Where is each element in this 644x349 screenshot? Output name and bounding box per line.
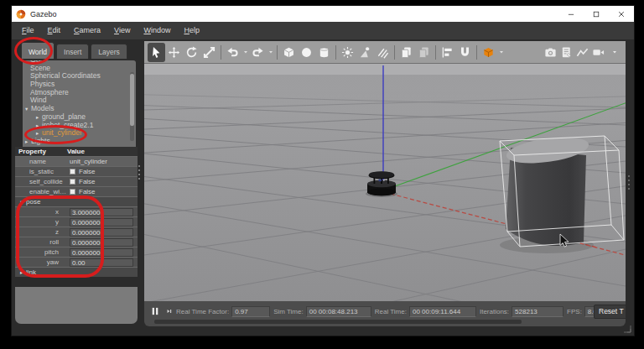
insert-sphere-icon[interactable] bbox=[298, 43, 315, 62]
property-group-pose[interactable]: ▾ pose bbox=[15, 196, 138, 206]
tree-scrollbar[interactable] bbox=[130, 72, 134, 141]
reset-time-button[interactable]: Reset T bbox=[594, 305, 626, 319]
property-column-header: Property bbox=[15, 147, 67, 156]
tree-scrollbar-thumb[interactable] bbox=[130, 74, 134, 126]
time-panel: Real Time Factor: 0.97 Sim Time: 00 00:0… bbox=[144, 301, 626, 326]
minimize-icon[interactable] bbox=[558, 6, 584, 22]
menu-edit[interactable]: Edit bbox=[41, 22, 68, 39]
point-light-icon[interactable] bbox=[339, 43, 356, 62]
menu-bar: File Edit Camera View Window Help bbox=[12, 22, 634, 39]
property-row-name[interactable]: name unit_cylinder bbox=[15, 156, 138, 166]
pause-icon[interactable] bbox=[148, 305, 162, 318]
world-tree: GUI Scene Spherical Coordinates Physics … bbox=[23, 60, 136, 147]
step-icon[interactable] bbox=[165, 305, 173, 318]
statusbar-hscrollbar[interactable] bbox=[154, 320, 522, 324]
enable-wind-checkbox[interactable] bbox=[70, 189, 75, 195]
tree-item-lights[interactable]: ▸Lights bbox=[23, 138, 136, 146]
tab-layers[interactable]: Layers bbox=[91, 44, 127, 59]
pose-roll-input[interactable]: 0.000000 bbox=[70, 238, 133, 247]
window-controls bbox=[558, 6, 634, 22]
directional-light-icon[interactable] bbox=[374, 43, 392, 62]
pose-x-input[interactable]: 3.000000 bbox=[70, 208, 133, 216]
property-row-enable-wind[interactable]: enable_wi… False bbox=[15, 186, 138, 196]
collapsed-triangle-icon[interactable]: ▸ bbox=[25, 138, 31, 146]
sim-time-field: Sim Time: 00 00:08:48.213 bbox=[273, 306, 371, 317]
gazebo-logo-icon bbox=[16, 9, 26, 19]
expanded-triangle-icon[interactable]: ▾ bbox=[25, 105, 31, 113]
snap-icon[interactable] bbox=[456, 43, 474, 62]
expanded-triangle-icon[interactable]: ▾ bbox=[20, 197, 26, 207]
desktop-background: Gazebo File Edit Camera View Window Help… bbox=[0, 0, 644, 349]
toolbar-separator bbox=[476, 45, 477, 60]
title-bar: Gazebo bbox=[12, 6, 634, 22]
view-angle-dropdown-icon[interactable] bbox=[497, 43, 505, 62]
property-table: Property Value name unit_cylinder is_sta… bbox=[15, 147, 138, 277]
close-icon[interactable] bbox=[609, 6, 634, 22]
pose-z-input[interactable]: 0.000000 bbox=[70, 228, 133, 237]
menu-window[interactable]: Window bbox=[137, 22, 177, 39]
pose-pitch-input[interactable]: 0.000000 bbox=[70, 248, 133, 257]
real-time-factor-value: 0.97 bbox=[231, 306, 270, 317]
render-panel: Real Time Factor: 0.97 Sim Time: 00 00:0… bbox=[144, 41, 626, 326]
view-angle-icon[interactable] bbox=[480, 43, 497, 62]
insert-box-icon[interactable] bbox=[280, 43, 298, 62]
tab-world[interactable]: World bbox=[21, 42, 55, 59]
maximize-icon[interactable] bbox=[584, 6, 609, 22]
is-static-checkbox[interactable] bbox=[70, 169, 75, 174]
menu-camera[interactable]: Camera bbox=[67, 22, 107, 39]
undo-icon[interactable] bbox=[224, 43, 242, 62]
menu-file[interactable]: File bbox=[15, 22, 41, 39]
tab-insert[interactable]: Insert bbox=[56, 44, 89, 59]
menu-help[interactable]: Help bbox=[177, 22, 206, 39]
value-column-header: Value bbox=[67, 147, 85, 156]
property-table-header: Property Value bbox=[15, 147, 138, 156]
copy-icon[interactable] bbox=[397, 43, 415, 62]
scene-3d bbox=[144, 64, 626, 301]
align-icon[interactable] bbox=[439, 43, 456, 62]
gazebo-window: Gazebo File Edit Camera View Window Help… bbox=[12, 6, 634, 336]
sky bbox=[144, 64, 626, 75]
resize-grip-icon[interactable] bbox=[621, 323, 631, 333]
collapsed-triangle-icon[interactable]: ▸ bbox=[20, 268, 26, 278]
property-group-link[interactable]: ▸ link bbox=[15, 267, 138, 277]
iterations-field: Iterations: 528213 bbox=[480, 306, 564, 317]
record-video-dropdown-icon[interactable] bbox=[606, 43, 622, 62]
redo-icon[interactable] bbox=[249, 43, 267, 62]
toolbar-separator bbox=[435, 45, 436, 60]
toolbar-right-group bbox=[543, 43, 622, 62]
iterations-value: 528213 bbox=[512, 306, 564, 317]
property-row-pose-z: z 0.000000 bbox=[15, 227, 138, 237]
render-viewport[interactable] bbox=[144, 64, 626, 301]
log-record-icon[interactable] bbox=[558, 43, 574, 62]
real-time-factor-field: Real Time Factor: 0.97 bbox=[176, 306, 270, 317]
render-toolbar bbox=[144, 41, 626, 64]
property-row-self-collide[interactable]: self_collide False bbox=[15, 176, 138, 186]
panel-empty-area bbox=[15, 287, 138, 324]
self-collide-checkbox[interactable] bbox=[70, 179, 75, 185]
translate-icon[interactable] bbox=[165, 43, 183, 62]
redo-dropdown-icon[interactable] bbox=[267, 43, 274, 62]
property-row-pose-y: y 0.000000 bbox=[15, 216, 138, 227]
toolbar-separator bbox=[335, 45, 336, 60]
menu-view[interactable]: View bbox=[107, 22, 137, 39]
toolbar-separator bbox=[394, 45, 395, 60]
property-row-is-static[interactable]: is_static False bbox=[15, 166, 138, 176]
plot-icon[interactable] bbox=[574, 43, 590, 62]
pose-y-input[interactable]: 0.000000 bbox=[70, 218, 133, 227]
collapsed-triangle-icon[interactable]: ▸ bbox=[36, 122, 42, 130]
rotate-icon[interactable] bbox=[183, 43, 200, 62]
collapsed-triangle-icon[interactable]: ▸ bbox=[36, 113, 42, 122]
screenshot-icon[interactable] bbox=[543, 43, 558, 62]
pose-yaw-input[interactable]: 0.00 bbox=[70, 258, 133, 267]
toolbar-separator bbox=[277, 45, 278, 60]
undo-dropdown-icon[interactable] bbox=[242, 43, 249, 62]
spot-light-icon[interactable] bbox=[356, 43, 374, 62]
record-video-icon[interactable] bbox=[590, 43, 606, 62]
scale-icon[interactable] bbox=[200, 43, 218, 62]
paste-icon[interactable] bbox=[415, 43, 433, 62]
select-icon[interactable] bbox=[148, 43, 165, 62]
toolbar-separator bbox=[221, 45, 221, 60]
right-edge-splitter[interactable] bbox=[628, 175, 631, 190]
insert-cylinder-icon[interactable] bbox=[315, 43, 333, 62]
panel-splitter[interactable] bbox=[138, 165, 141, 180]
